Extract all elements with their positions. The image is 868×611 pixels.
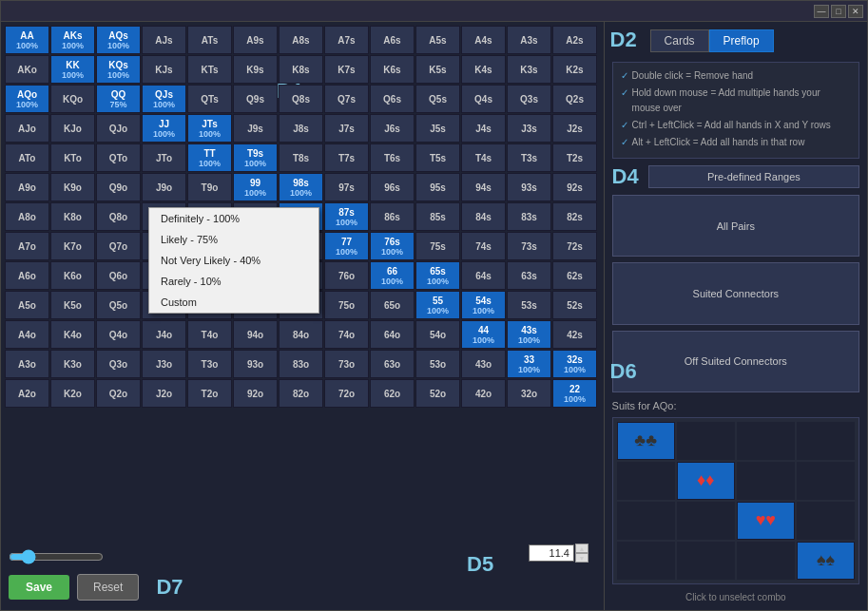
hand-cell-6-8[interactable]: 86s <box>370 202 415 231</box>
hand-cell-3-12[interactable]: J2s <box>552 114 597 143</box>
hand-cell-3-1[interactable]: KJo <box>50 114 95 143</box>
hand-cell-12-11[interactable]: 32o <box>507 379 551 408</box>
hand-cell-7-7[interactable]: 77100% <box>324 232 369 260</box>
hand-cell-2-1[interactable]: KQo <box>50 85 95 113</box>
hand-cell-5-11[interactable]: 93s <box>507 173 551 201</box>
hand-cell-1-11[interactable]: K3s <box>507 55 551 84</box>
hand-cell-3-6[interactable]: J8s <box>279 114 323 143</box>
hand-cell-9-1[interactable]: K5o <box>50 291 95 319</box>
hand-cell-4-12[interactable]: T2s <box>552 143 597 172</box>
hand-cell-4-3[interactable]: JTo <box>142 143 186 172</box>
hand-cell-4-9[interactable]: T5s <box>415 143 460 172</box>
hand-cell-10-11[interactable]: 43s100% <box>507 320 551 349</box>
hand-cell-4-6[interactable]: T8s <box>279 143 323 172</box>
hand-cell-3-7[interactable]: J7s <box>324 114 369 143</box>
hand-cell-12-12[interactable]: 22100% <box>552 379 597 408</box>
hand-cell-0-1[interactable]: AKs100% <box>50 26 95 54</box>
hand-cell-1-4[interactable]: KTs <box>187 55 232 84</box>
hand-cell-7-0[interactable]: A7o <box>5 232 49 260</box>
hand-cell-3-9[interactable]: J5s <box>415 114 460 143</box>
hand-cell-0-0[interactable]: AA100% <box>5 26 49 54</box>
hand-cell-4-11[interactable]: T3s <box>507 143 551 172</box>
hand-cell-9-7[interactable]: 75o <box>324 291 369 319</box>
hand-cell-6-11[interactable]: 83s <box>507 202 551 231</box>
hand-cell-8-8[interactable]: 66100% <box>370 261 415 290</box>
hand-cell-8-1[interactable]: K6o <box>50 261 95 290</box>
hand-cell-5-7[interactable]: 97s <box>324 173 369 201</box>
hand-cell-2-3[interactable]: QJs100% <box>142 85 186 113</box>
hand-cell-12-1[interactable]: K2o <box>50 379 95 408</box>
hand-cell-2-5[interactable]: Q9s <box>233 85 278 113</box>
hand-cell-7-12[interactable]: 72s <box>552 232 597 260</box>
hand-cell-12-2[interactable]: Q2o <box>96 379 141 408</box>
hand-cell-1-12[interactable]: K2s <box>552 55 597 84</box>
hand-cell-5-2[interactable]: Q9o <box>96 173 141 201</box>
dropdown-item-not-very-likely[interactable]: Not Very Likely - 40% <box>149 250 318 271</box>
hand-cell-10-3[interactable]: J4o <box>142 320 186 349</box>
hand-cell-2-4[interactable]: QTs <box>187 85 232 113</box>
hand-cell-10-2[interactable]: Q4o <box>96 320 141 349</box>
hand-cell-10-9[interactable]: 54o <box>415 320 460 349</box>
hand-cell-0-5[interactable]: A9s <box>233 26 278 54</box>
hand-cell-11-4[interactable]: T3o <box>187 350 232 378</box>
hand-cell-10-8[interactable]: 64o <box>370 320 415 349</box>
hand-cell-3-10[interactable]: J4s <box>461 114 506 143</box>
hand-cell-1-3[interactable]: KJs <box>142 55 186 84</box>
hand-cell-5-5[interactable]: 99100% <box>233 173 278 201</box>
hand-cell-1-1[interactable]: KK100% <box>50 55 95 84</box>
hand-cell-4-2[interactable]: QTo <box>96 143 141 172</box>
hand-cell-10-1[interactable]: K4o <box>50 320 95 349</box>
hand-cell-3-8[interactable]: J6s <box>370 114 415 143</box>
hand-cell-12-0[interactable]: A2o <box>5 379 49 408</box>
hand-cell-0-7[interactable]: A7s <box>324 26 369 54</box>
hand-cell-8-12[interactable]: 62s <box>552 261 597 290</box>
hand-cell-10-6[interactable]: 84o <box>279 320 323 349</box>
hand-cell-6-2[interactable]: Q8o <box>96 202 141 231</box>
hand-cell-2-9[interactable]: Q5s <box>415 85 460 113</box>
hand-cell-1-0[interactable]: AKo <box>5 55 49 84</box>
hand-cell-2-2[interactable]: QQ75% <box>96 85 141 113</box>
tab-cards[interactable]: Cards <box>650 29 709 52</box>
hand-cell-8-11[interactable]: 63s <box>507 261 551 290</box>
hand-cell-11-9[interactable]: 53o <box>415 350 460 378</box>
hand-cell-7-11[interactable]: 73s <box>507 232 551 260</box>
hand-cell-0-4[interactable]: ATs <box>187 26 232 54</box>
hand-cell-7-9[interactable]: 75s <box>415 232 460 260</box>
hand-cell-11-5[interactable]: 93o <box>233 350 278 378</box>
hand-cell-0-9[interactable]: A5s <box>415 26 460 54</box>
hand-cell-1-5[interactable]: K9s <box>233 55 278 84</box>
hand-cell-6-10[interactable]: 84s <box>461 202 506 231</box>
hand-cell-9-10[interactable]: 54s100% <box>461 291 506 319</box>
hand-cell-3-2[interactable]: QJo <box>96 114 141 143</box>
dropdown-item-custom[interactable]: Custom <box>149 292 318 313</box>
hand-cell-5-4[interactable]: T9o <box>187 173 232 201</box>
maximize-button[interactable]: □ <box>831 5 846 18</box>
hand-cell-10-7[interactable]: 74o <box>324 320 369 349</box>
hand-cell-3-11[interactable]: J3s <box>507 114 551 143</box>
suit-cell-ss[interactable]: ♠♠ <box>797 542 855 580</box>
hand-cell-5-0[interactable]: A9o <box>5 173 49 201</box>
hand-cell-8-2[interactable]: Q6o <box>96 261 141 290</box>
hand-cell-9-12[interactable]: 52s <box>552 291 597 319</box>
suit-cell-cc[interactable]: ♣♣ <box>617 422 675 460</box>
hand-cell-1-6[interactable]: K8s <box>279 55 323 84</box>
hand-cell-0-12[interactable]: A2s <box>552 26 597 54</box>
hand-cell-1-7[interactable]: K7s <box>324 55 369 84</box>
hand-cell-0-3[interactable]: AJs <box>142 26 186 54</box>
hand-cell-9-2[interactable]: Q5o <box>96 291 141 319</box>
hand-cell-1-10[interactable]: K4s <box>461 55 506 84</box>
hand-cell-9-8[interactable]: 65o <box>370 291 415 319</box>
num-input[interactable] <box>529 544 574 562</box>
hand-cell-8-10[interactable]: 64s <box>461 261 506 290</box>
hand-cell-5-1[interactable]: K9o <box>50 173 95 201</box>
reset-button[interactable]: Reset <box>77 574 139 601</box>
hand-cell-0-10[interactable]: A4s <box>461 26 506 54</box>
hand-cell-11-1[interactable]: K3o <box>50 350 95 378</box>
hand-cell-11-0[interactable]: A3o <box>5 350 49 378</box>
hand-cell-12-8[interactable]: 62o <box>370 379 415 408</box>
hand-cell-9-0[interactable]: A5o <box>5 291 49 319</box>
hand-cell-2-6[interactable]: Q8s <box>279 85 323 113</box>
suited-connectors-button[interactable]: Suited Connectors <box>612 262 859 324</box>
hand-cell-12-4[interactable]: T2o <box>187 379 232 408</box>
hand-cell-4-1[interactable]: KTo <box>50 143 95 172</box>
